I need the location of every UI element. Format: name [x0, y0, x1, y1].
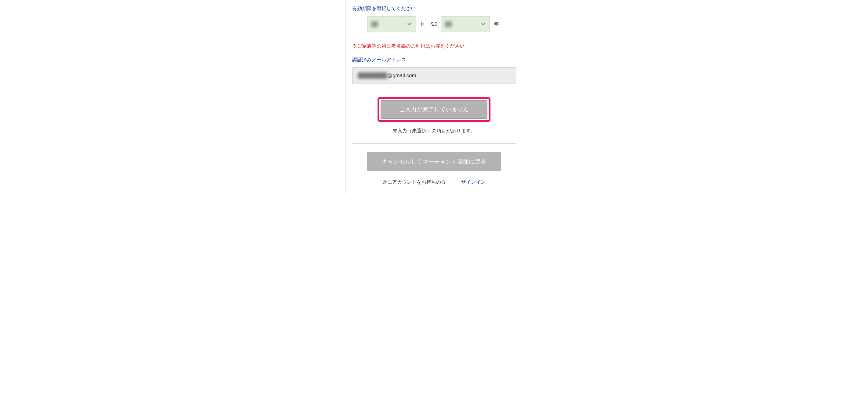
- signin-prompt: 既にアカウントをお持ちの方: [382, 179, 446, 186]
- submit-wrap: ご入力が完了していません: [352, 97, 516, 122]
- submit-button[interactable]: ご入力が完了していません: [380, 100, 488, 119]
- expiry-label: 有効期限を選択してください: [352, 5, 516, 12]
- expiry-row: ██ 月 /20 ██ 年: [352, 16, 516, 32]
- year-prefix: /20: [431, 21, 437, 27]
- chevron-down-icon: [406, 21, 412, 27]
- year-unit: 年: [494, 21, 499, 27]
- email-local-masked: ████████: [358, 73, 387, 79]
- chevron-down-icon: [480, 21, 486, 27]
- cancel-button[interactable]: キャンセルしてマーチャント画面に戻る: [367, 152, 501, 171]
- expiry-month-value: ██: [371, 21, 378, 27]
- incomplete-message: 未入力（未選択）の項目があります。: [352, 128, 516, 134]
- form-card: 有効期限を選択してください ██ 月 /20 ██ 年 ※ご家族等の第三者名義の…: [345, 0, 523, 194]
- third-party-warning: ※ご家族等の第三者名義のご利用はお控えください。: [352, 43, 516, 50]
- email-label: 認証済みメールアドレス: [352, 57, 516, 63]
- submit-highlight-frame: ご入力が完了していません: [377, 97, 491, 122]
- verified-email-display: ████████ @gmail.com: [352, 67, 516, 84]
- email-domain: @gmail.com: [387, 73, 416, 79]
- expiry-month-select[interactable]: ██: [367, 16, 416, 32]
- signin-link[interactable]: サインイン: [461, 179, 486, 186]
- expiry-year-value: ██: [445, 21, 452, 27]
- signin-row: 既にアカウントをお持ちの方 サインイン: [352, 179, 516, 186]
- expiry-year-select[interactable]: ██: [441, 16, 490, 32]
- month-unit: 月: [420, 21, 425, 27]
